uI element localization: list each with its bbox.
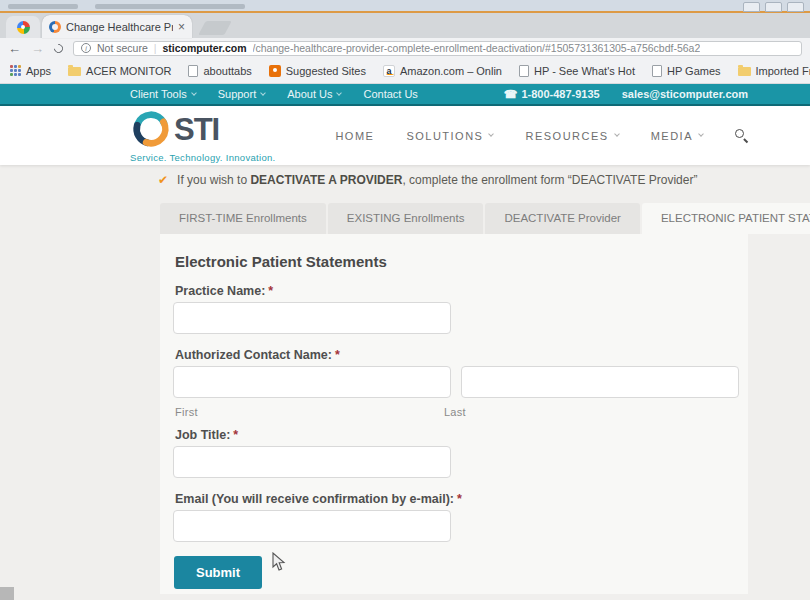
- notice-text: If you wish to DEACTIVATE A PROVIDER, co…: [177, 173, 697, 187]
- contact-first-name-field[interactable]: [173, 366, 451, 398]
- site-favicon-icon: [49, 21, 61, 33]
- page-icon: [188, 65, 198, 77]
- new-tab-button[interactable]: [198, 21, 231, 35]
- name-hints: First Last: [175, 406, 748, 418]
- contact-last-name-field[interactable]: [461, 366, 739, 398]
- submit-button[interactable]: Submit: [174, 556, 262, 589]
- tab-title: Change Healthcare Provi: [66, 21, 173, 33]
- nav-client-tools[interactable]: Client Tools: [130, 88, 196, 100]
- sales-email-link[interactable]: sales@sticomputer.com: [622, 88, 748, 100]
- taskbar-peek-icon: [0, 587, 14, 600]
- bookmark-abouttabs[interactable]: abouttabs: [188, 65, 251, 77]
- url-path: /change-healthcare-provider-complete-enr…: [253, 42, 701, 54]
- screen: Change Healthcare Provi × ← → i Not secu…: [0, 0, 810, 600]
- background-window-title-smudge: [95, 4, 245, 9]
- contact-name-label: Authorized Contact Name:*: [175, 348, 748, 362]
- maximize-button[interactable]: [765, 2, 782, 12]
- bookmark-imported-from-ie[interactable]: Imported From IE: [738, 65, 810, 77]
- background-window-controls: [743, 2, 804, 12]
- deactivate-notice: ✔ If you wish to DEACTIVATE A PROVIDER, …: [0, 165, 810, 187]
- site-header: STI Service. Technology. Innovation. HOM…: [0, 106, 810, 165]
- bookmark-acer-monitor[interactable]: ACER MONITOR: [68, 65, 171, 77]
- browser-tab[interactable]: Change Healthcare Provi ×: [42, 15, 192, 38]
- page-content: ✔ If you wish to DEACTIVATE A PROVIDER, …: [0, 165, 810, 600]
- nav-resources[interactable]: RESOURCES: [525, 130, 618, 142]
- page-icon: [652, 65, 662, 77]
- pinned-tab-favicon-icon: [17, 21, 30, 34]
- enrollment-tabs: FIRST-TIME Enrollments EXISTING Enrollme…: [160, 203, 810, 234]
- url-host: sticomputer.com: [163, 42, 247, 54]
- background-window-strip: [0, 0, 810, 13]
- tab-panel: Electronic Patient Statements Practice N…: [160, 234, 748, 594]
- bookmark-amazon[interactable]: aAmazon.com – Onlin: [383, 65, 502, 77]
- form-title: Electronic Patient Statements: [175, 253, 748, 270]
- search-icon[interactable]: [735, 129, 748, 142]
- required-asterisk: *: [233, 428, 238, 442]
- tab-electronic-patient-statements[interactable]: ELECTRONIC PATIENT STATEMENTS: [642, 203, 810, 234]
- chevron-down-icon: [489, 131, 495, 137]
- address-bar[interactable]: i Not secure | sticomputer.com/change-he…: [73, 41, 802, 56]
- tab-close-icon[interactable]: ×: [178, 22, 185, 32]
- utility-nav: Client Tools Support About Us Contact Us: [130, 88, 418, 100]
- chevron-down-icon: [260, 90, 266, 96]
- back-icon[interactable]: ←: [8, 42, 21, 55]
- bookmark-hp-games[interactable]: HP Games: [652, 65, 721, 77]
- first-name-hint: First: [175, 406, 198, 418]
- job-title-field[interactable]: [173, 446, 451, 478]
- required-asterisk: *: [268, 284, 273, 298]
- logo-text: STI: [174, 114, 219, 145]
- omnibox-divider: |: [154, 42, 157, 54]
- last-name-hint: Last: [444, 406, 466, 418]
- practice-name-field[interactable]: [173, 302, 451, 334]
- main-nav: HOME SOLUTIONS RESOURCES MEDIA: [335, 129, 748, 142]
- check-icon: ✔: [158, 173, 168, 187]
- forward-icon[interactable]: →: [31, 42, 44, 55]
- security-label: Not secure: [97, 42, 148, 54]
- nav-support[interactable]: Support: [218, 88, 266, 100]
- required-asterisk: *: [457, 492, 462, 506]
- bookmark-apps[interactable]: Apps: [10, 65, 51, 77]
- nav-solutions[interactable]: SOLUTIONS: [406, 130, 493, 142]
- contact-info: ☎1-800-487-9135 sales@sticomputer.com: [504, 88, 748, 101]
- phone-number[interactable]: ☎1-800-487-9135: [504, 88, 600, 101]
- chevron-down-icon: [698, 131, 704, 137]
- browser-toolbar: ← → i Not secure | sticomputer.com/chang…: [0, 38, 810, 58]
- apps-grid-icon: [10, 65, 21, 76]
- suggested-sites-icon: [269, 65, 281, 77]
- nav-media[interactable]: MEDIA: [651, 130, 703, 142]
- amazon-icon: a: [383, 65, 395, 77]
- nav-home[interactable]: HOME: [335, 130, 374, 142]
- reload-icon[interactable]: [52, 42, 65, 55]
- chevron-down-icon: [337, 90, 343, 96]
- page-icon: [519, 65, 529, 77]
- browser-tab-strip: Change Healthcare Provi ×: [0, 13, 810, 38]
- email-field[interactable]: [173, 510, 451, 542]
- folder-icon: [68, 67, 81, 76]
- job-title-label: Job Title:*: [175, 428, 748, 442]
- bookmark-suggested-sites[interactable]: Suggested Sites: [269, 65, 366, 77]
- chevron-down-icon: [614, 131, 620, 137]
- site-utility-bar: Client Tools Support About Us Contact Us…: [0, 84, 810, 106]
- bookmarks-bar: Apps ACER MONITOR abouttabs Suggested Si…: [0, 58, 810, 84]
- nav-contact-us[interactable]: Contact Us: [363, 88, 417, 100]
- bookmark-hp-whats-hot[interactable]: HP - See What's Hot: [519, 65, 635, 77]
- background-window-title-smudge: [8, 4, 78, 9]
- tab-existing-enrollments[interactable]: EXISTING Enrollments: [328, 203, 484, 234]
- mouse-cursor: [272, 552, 286, 572]
- sti-ring-logo-icon: [130, 108, 172, 150]
- practice-name-label: Practice Name:*: [175, 284, 748, 298]
- close-button[interactable]: [787, 2, 804, 12]
- nav-about-us[interactable]: About Us: [287, 88, 341, 100]
- required-asterisk: *: [335, 348, 340, 362]
- logo-tagline: Service. Technology. Innovation.: [130, 152, 276, 163]
- pinned-tab[interactable]: [6, 16, 40, 38]
- sti-logo[interactable]: STI Service. Technology. Innovation.: [130, 108, 276, 163]
- phone-icon: ☎: [504, 88, 518, 101]
- tab-first-time-enrollments[interactable]: FIRST-TIME Enrollments: [160, 203, 326, 234]
- chevron-down-icon: [191, 90, 197, 96]
- tab-deactivate-provider[interactable]: DEACTIVATE Provider: [485, 203, 640, 234]
- minimize-button[interactable]: [743, 2, 760, 12]
- email-label: Email (You will receive confirmation by …: [175, 492, 748, 506]
- folder-icon: [738, 67, 751, 76]
- info-icon[interactable]: i: [81, 43, 91, 53]
